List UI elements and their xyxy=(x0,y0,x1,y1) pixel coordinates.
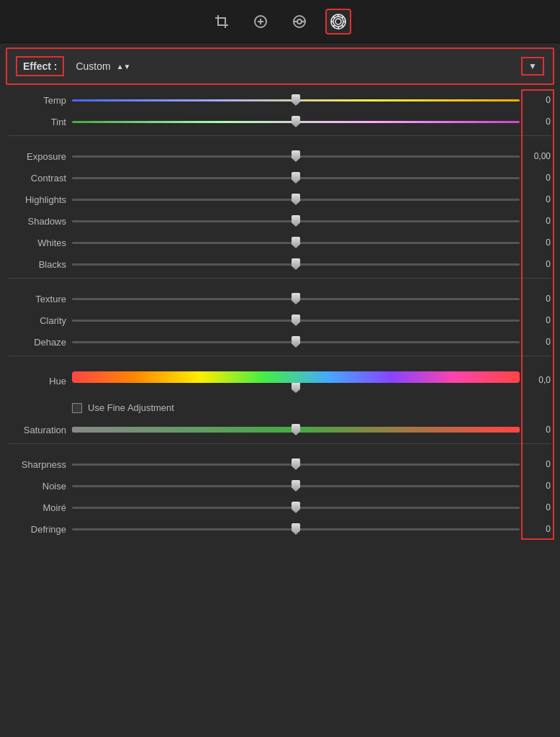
sharpness-slider[interactable] xyxy=(72,457,520,471)
contrast-label: Contrast xyxy=(9,173,66,184)
saturation-value[interactable]: 0 xyxy=(525,424,551,435)
exposure-row: Exposure 0,00 xyxy=(0,145,560,167)
tint-thumb[interactable] xyxy=(292,116,300,127)
saturation-row: Saturation 0 xyxy=(0,419,560,440)
hue-label: Hue xyxy=(9,376,66,386)
effect-preset-arrow: ▲▼ xyxy=(117,63,131,71)
highlights-value[interactable]: 0 xyxy=(525,194,551,205)
temp-thumb[interactable] xyxy=(292,94,300,106)
clarity-value[interactable]: 0 xyxy=(525,315,551,326)
texture-slider[interactable] xyxy=(72,291,520,306)
svg-point-9 xyxy=(335,19,341,24)
defringe-row: Defringe 0 xyxy=(0,518,560,540)
temp-value[interactable]: 0 xyxy=(525,94,551,106)
whites-row: Whites 0 xyxy=(0,232,560,253)
effect-preset-value: Custom xyxy=(76,60,110,72)
tint-value[interactable]: 0 xyxy=(525,116,551,127)
contrast-value[interactable]: 0 xyxy=(525,172,551,184)
defringe-slider[interactable] xyxy=(72,522,520,536)
svg-line-16 xyxy=(342,16,343,17)
moire-value[interactable]: 0 xyxy=(525,502,551,513)
defringe-thumb[interactable] xyxy=(292,523,300,535)
dehaze-row: Dehaze 0 xyxy=(0,331,560,353)
noise-row: Noise 0 xyxy=(0,475,560,497)
preset-icon[interactable] xyxy=(325,9,351,35)
temp-slider[interactable] xyxy=(72,93,520,107)
shadows-row: Shadows 0 xyxy=(0,210,560,232)
crop-icon[interactable] xyxy=(209,9,235,35)
texture-value[interactable]: 0 xyxy=(525,293,551,304)
highlights-row: Highlights 0 xyxy=(0,189,560,210)
blacks-slider[interactable] xyxy=(72,257,520,271)
sliders-container: Temp 0 Tint 0 xyxy=(0,89,560,540)
svg-line-14 xyxy=(333,16,335,17)
saturation-thumb[interactable] xyxy=(292,424,300,435)
whites-thumb[interactable] xyxy=(292,237,300,248)
blacks-label: Blacks xyxy=(9,259,66,270)
highlights-slider[interactable] xyxy=(72,192,520,207)
effect-header: Effect : Custom ▲▼ ▼ xyxy=(6,48,554,85)
fine-adjustment-label: Use Fine Adjustment xyxy=(88,402,174,413)
texture-label: Texture xyxy=(9,294,66,304)
highlights-thumb[interactable] xyxy=(292,194,300,205)
noise-thumb[interactable] xyxy=(292,480,300,492)
sharpness-value[interactable]: 0 xyxy=(525,458,551,470)
tint-label: Tint xyxy=(9,117,66,127)
defringe-value[interactable]: 0 xyxy=(525,523,551,535)
clarity-thumb[interactable] xyxy=(292,315,300,326)
blacks-thumb[interactable] xyxy=(292,258,300,270)
dehaze-slider[interactable] xyxy=(72,335,520,349)
defringe-label: Defringe xyxy=(9,524,66,535)
moire-thumb[interactable] xyxy=(292,502,300,513)
effect-preset-selector[interactable]: Custom ▲▼ xyxy=(76,60,130,72)
noise-slider[interactable] xyxy=(72,479,520,493)
separator-2 xyxy=(9,278,551,285)
noise-label: Noise xyxy=(9,481,66,492)
whites-slider[interactable] xyxy=(72,235,520,250)
dropdown-arrow[interactable]: ▼ xyxy=(521,57,544,76)
svg-line-17 xyxy=(333,24,335,26)
clarity-row: Clarity 0 xyxy=(0,309,560,331)
shadows-slider[interactable] xyxy=(72,214,520,228)
heal-icon[interactable] xyxy=(248,9,274,35)
contrast-slider[interactable] xyxy=(72,171,520,185)
hue-thumb[interactable] xyxy=(292,383,300,393)
svg-line-15 xyxy=(342,24,343,26)
mask-icon[interactable] xyxy=(286,9,312,35)
separator-4 xyxy=(9,443,551,451)
highlights-label: Highlights xyxy=(9,194,66,205)
moire-label: Moiré xyxy=(9,502,66,513)
hue-track[interactable] xyxy=(72,371,520,383)
exposure-label: Exposure xyxy=(9,151,66,162)
panel: Effect : Custom ▲▼ ▼ Temp 0 xyxy=(0,48,560,540)
texture-row: Texture 0 xyxy=(0,288,560,309)
moire-row: Moiré 0 xyxy=(0,497,560,518)
noise-value[interactable]: 0 xyxy=(525,480,551,492)
whites-value[interactable]: 0 xyxy=(525,237,551,248)
sharpness-label: Sharpness xyxy=(9,459,66,470)
hue-value[interactable]: 0,0 xyxy=(525,374,551,386)
tint-slider[interactable] xyxy=(72,114,520,129)
texture-thumb[interactable] xyxy=(292,293,300,304)
shadows-value[interactable]: 0 xyxy=(525,215,551,227)
svg-point-4 xyxy=(297,19,302,24)
moire-slider[interactable] xyxy=(72,500,520,515)
separator-1 xyxy=(9,135,551,143)
clarity-slider[interactable] xyxy=(72,313,520,327)
saturation-label: Saturation xyxy=(9,425,66,435)
saturation-slider[interactable] xyxy=(72,422,520,437)
exposure-value[interactable]: 0,00 xyxy=(525,150,551,162)
svg-point-8 xyxy=(333,17,343,27)
sharpness-thumb[interactable] xyxy=(292,458,300,470)
hue-slider-wrap[interactable] xyxy=(72,371,520,393)
exposure-slider[interactable] xyxy=(72,149,520,163)
contrast-row: Contrast 0 xyxy=(0,167,560,189)
blacks-value[interactable]: 0 xyxy=(525,258,551,270)
dehaze-value[interactable]: 0 xyxy=(525,336,551,348)
dehaze-thumb[interactable] xyxy=(292,336,300,348)
contrast-thumb[interactable] xyxy=(292,172,300,184)
shadows-label: Shadows xyxy=(9,216,66,227)
shadows-thumb[interactable] xyxy=(292,215,300,227)
exposure-thumb[interactable] xyxy=(292,150,300,162)
fine-adjustment-checkbox[interactable] xyxy=(72,403,82,413)
